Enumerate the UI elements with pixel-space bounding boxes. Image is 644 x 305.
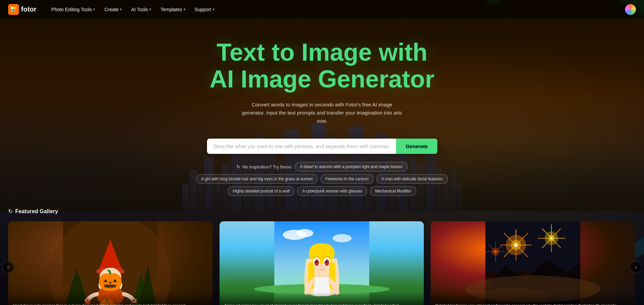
svg-rect-1 [14,7,16,9]
card-caption: Anime art,anime key visual of elegant yo… [220,292,424,305]
svg-point-17 [108,276,113,280]
carousel-prev-button[interactable]: ‹ [2,261,14,273]
carousel-next-button[interactable]: › [630,261,642,273]
chevron-down-icon: ▾ [149,7,151,11]
suggestion-label: ↻ No inspiration? Try these: [236,164,292,169]
generate-button[interactable]: Generate [396,139,437,154]
gallery-card: Detailed landscape,very atmospheri firew… [431,221,635,305]
chevron-down-icon: ▾ [93,7,95,11]
svg-point-45 [325,260,326,261]
svg-point-11 [96,267,125,276]
suggestion-chip[interactable]: A girl with long blonde hair and big eye… [196,174,318,184]
gallery-title: Featured Gallery [15,208,58,215]
nav-create[interactable]: Create ▾ [100,5,126,14]
svg-point-29 [296,229,313,237]
search-bar: Generate [207,139,437,154]
suggestions-row: ↻ No inspiration? Try these: A dwarf in … [190,162,454,196]
svg-point-44 [314,260,316,261]
hero-section: Text to Image with AI Image Generator Co… [0,0,644,305]
svg-point-14 [113,273,116,278]
search-input[interactable] [207,139,396,154]
suggestion-chip[interactable]: Highly detailed portrait of a wolf [228,186,294,196]
logo-text: fotor [21,5,37,13]
svg-point-13 [105,273,108,278]
chevron-down-icon: ▾ [184,7,185,11]
hero-content: Text to Image with AI Image Generator Co… [0,19,644,305]
gallery-cards: 🍁 🍂 Hand drawn cute gnomes face in autum… [8,221,636,305]
chevron-down-icon: ▾ [213,7,214,11]
gallery-header: ↻ Featured Gallery [8,208,636,215]
hero-subtitle: Convert words to images in seconds with … [241,101,403,125]
svg-point-62 [514,243,518,247]
svg-point-16 [114,275,116,277]
logo-icon [8,4,19,15]
suggestion-chip[interactable]: Fireworks in the canyon [320,174,374,184]
gallery-icon: ↻ [8,208,13,215]
svg-point-12 [100,268,121,287]
nav-photo-editing[interactable]: Photo Editing Tools ▾ [47,5,99,14]
svg-point-15 [106,275,107,277]
svg-rect-0 [11,7,13,9]
navbar: fotor Photo Editing Tools ▾ Create ▾ AI … [0,0,644,19]
svg-point-30 [332,234,351,242]
gallery-carousel: ‹ [8,221,636,305]
gallery-card: Anime art,anime key visual of elegant yo… [220,221,424,305]
suggestion-chip[interactable]: A man with delicate facial features [376,174,448,184]
nav-templates[interactable]: Templates ▾ [157,5,189,14]
chevron-down-icon: ▾ [120,7,122,11]
gallery-section: ↻ Featured Gallery ‹ [0,208,644,305]
avatar[interactable] [625,4,636,15]
svg-point-81 [494,250,497,253]
nav-right [625,4,636,15]
logo[interactable]: fotor [8,4,37,15]
suggestion-chip[interactable]: A cyberpunk woman with glasses [297,186,367,196]
suggestion-chip[interactable]: Mechanical Modifier [370,186,416,196]
card-caption: Hand drawn cute gnomes face in autumn di… [8,292,213,305]
gallery-card: 🍁 🍂 Hand drawn cute gnomes face in autum… [8,221,213,305]
svg-rect-3 [14,10,16,12]
nav-support[interactable]: Support ▾ [191,5,219,14]
refresh-icon: ↻ [236,164,240,169]
hero-title: Text to Image with AI Image Generator [209,39,434,93]
svg-rect-2 [11,10,13,12]
nav-links: Photo Editing Tools ▾ Create ▾ AI Tools … [47,5,625,14]
card-caption: Detailed landscape,very atmospheri firew… [431,292,635,305]
svg-point-18 [99,277,122,293]
svg-point-73 [550,237,553,240]
suggestion-chip[interactable]: A dwarf in autumn with a pumpkin light a… [295,162,408,171]
nav-ai-tools[interactable]: AI Tools ▾ [127,5,155,14]
